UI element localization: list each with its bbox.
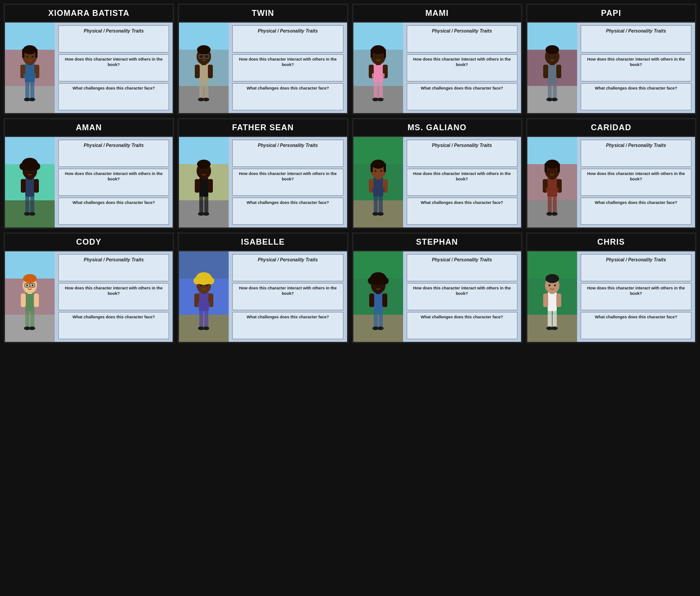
character-body: Physical / Personality TraitsHow does th… [527, 251, 695, 342]
challenges-label: What challenges does this character face… [235, 86, 340, 91]
svg-point-100 [206, 170, 207, 172]
interact-label: How does this character interact with ot… [410, 57, 514, 67]
svg-point-169 [207, 277, 214, 284]
svg-rect-141 [30, 310, 34, 328]
character-name: CARIDAD [527, 119, 695, 137]
svg-rect-198 [543, 293, 548, 307]
character-name: MAMI [353, 5, 521, 23]
svg-point-125 [551, 212, 558, 216]
challenges-section: What challenges does this character face… [232, 312, 343, 339]
character-card: MAMI Physical / Personality [352, 4, 522, 114]
challenges-label: What challenges does this character face… [61, 200, 166, 206]
svg-rect-199 [556, 293, 561, 307]
challenges-label: What challenges does this character face… [235, 315, 340, 320]
svg-point-6 [29, 98, 35, 101]
traits-label: Physical / Personality Traits [61, 257, 166, 263]
svg-rect-162 [199, 292, 209, 311]
svg-rect-122 [548, 196, 552, 214]
svg-rect-63 [556, 65, 561, 78]
svg-rect-136 [546, 188, 559, 192]
character-info: Physical / Personality TraitsHow does th… [229, 137, 347, 227]
svg-rect-158 [199, 310, 203, 328]
svg-rect-132 [545, 163, 547, 172]
interact-section: How does this character interact with ot… [407, 283, 517, 310]
traits-label: Physical / Personality Traits [584, 142, 688, 148]
svg-rect-21 [199, 81, 203, 99]
challenges-label: What challenges does this character face… [584, 315, 688, 320]
svg-point-30 [197, 45, 211, 54]
svg-rect-57 [548, 81, 552, 99]
svg-rect-181 [369, 293, 374, 307]
svg-rect-49 [371, 49, 373, 58]
character-card: AMAN Physical / Personality Trait [4, 118, 174, 229]
character-name: PAPI [527, 5, 695, 23]
character-grid: XIOMARA BATISTA Physical / P [4, 4, 696, 343]
challenges-label: What challenges does this character face… [410, 315, 514, 320]
svg-rect-50 [384, 49, 386, 58]
svg-point-149 [23, 274, 37, 283]
svg-rect-140 [25, 310, 29, 328]
character-info: Physical / Personality TraitsHow does th… [577, 251, 695, 342]
svg-point-12 [23, 45, 37, 54]
svg-rect-115 [384, 163, 386, 172]
challenges-section: What challenges does this character face… [407, 312, 517, 339]
character-info: Physical / Personality TraitsHow does th… [403, 137, 521, 227]
character-info: Physical / Personality TraitsHow does th… [577, 137, 695, 227]
character-illustration [527, 137, 577, 227]
challenges-section: What challenges does this character face… [58, 198, 169, 225]
svg-rect-197 [548, 292, 557, 311]
challenges-label: What challenges does this character face… [584, 86, 688, 91]
svg-point-98 [197, 160, 211, 169]
svg-rect-193 [548, 310, 552, 328]
svg-rect-89 [199, 196, 203, 214]
traits-label: Physical / Personality Traits [61, 142, 166, 148]
character-body: Physical / Personality TraitsHow does th… [353, 23, 521, 113]
svg-rect-177 [379, 310, 383, 328]
svg-rect-90 [204, 196, 208, 214]
character-illustration [5, 23, 55, 113]
svg-rect-94 [195, 179, 200, 193]
character-body: Physical / Personality TraitsHow does th… [353, 137, 521, 227]
svg-rect-118 [372, 188, 385, 192]
svg-point-92 [203, 212, 209, 216]
character-info: Physical / Personality TraitsHow does th… [55, 251, 173, 342]
character-body: Physical / Personality TraitsHow does th… [179, 251, 347, 342]
character-illustration [5, 137, 55, 227]
svg-point-99 [200, 170, 202, 172]
character-card: XIOMARA BATISTA Physical / P [4, 4, 174, 114]
challenges-section: What challenges does this character face… [58, 83, 169, 110]
svg-point-31 [200, 56, 202, 57]
svg-rect-172 [197, 302, 210, 307]
traits-section: Physical / Personality Traits [407, 254, 517, 281]
svg-point-85 [32, 170, 33, 172]
svg-point-170 [200, 284, 202, 286]
challenges-section: What challenges does this character face… [407, 83, 517, 110]
character-card: CARIDAD Physical / Personali [526, 118, 696, 229]
traits-section: Physical / Personality Traits [407, 140, 517, 167]
traits-section: Physical / Personality Traits [58, 254, 169, 281]
svg-point-203 [549, 284, 550, 286]
svg-point-52 [380, 56, 382, 57]
svg-point-134 [549, 170, 550, 172]
svg-rect-93 [199, 178, 208, 197]
character-body: Physical / Personality TraitsHow does th… [179, 137, 347, 227]
svg-point-151 [32, 284, 33, 286]
svg-point-15 [26, 56, 28, 57]
challenges-section: What challenges does this character face… [232, 198, 343, 225]
svg-point-32 [206, 56, 207, 57]
svg-rect-62 [543, 65, 548, 78]
svg-rect-61 [548, 63, 557, 82]
interact-section: How does this character interact with ot… [581, 54, 691, 81]
svg-rect-27 [208, 65, 213, 78]
character-body: Physical / Personality TraitsHow does th… [179, 23, 347, 113]
svg-rect-14 [35, 49, 38, 58]
svg-rect-194 [553, 310, 557, 328]
character-name: CHRIS [527, 234, 695, 251]
character-illustration [527, 251, 577, 342]
interact-label: How does this character interact with ot… [235, 171, 340, 182]
challenges-label: What challenges does this character face… [584, 200, 688, 206]
character-card: CHRIS Physical / Personality TraitsHow d… [526, 232, 696, 343]
svg-rect-13 [22, 49, 24, 58]
challenges-label: What challenges does this character face… [410, 86, 514, 91]
svg-rect-159 [204, 310, 208, 328]
